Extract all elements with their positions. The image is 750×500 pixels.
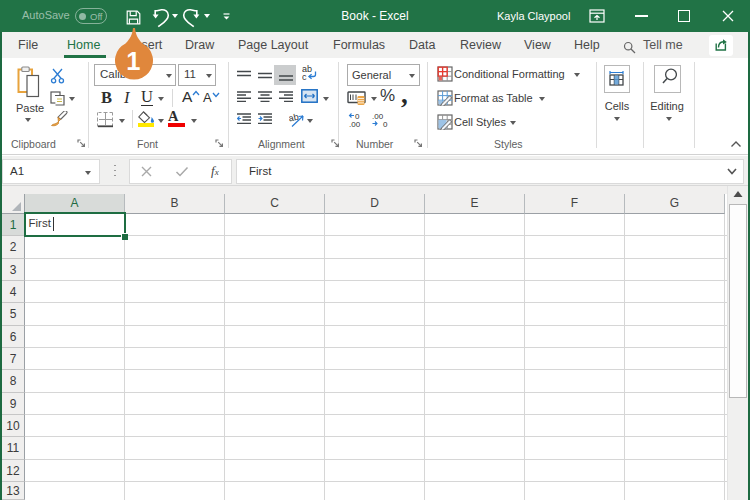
svg-text:.00: .00 — [372, 112, 384, 121]
svg-text:1: 1 — [126, 47, 140, 75]
svg-text:ab: ab — [289, 112, 299, 124]
svg-text:c: c — [302, 72, 307, 81]
svg-text:0: 0 — [383, 120, 388, 128]
svg-text:.00: .00 — [349, 120, 361, 128]
